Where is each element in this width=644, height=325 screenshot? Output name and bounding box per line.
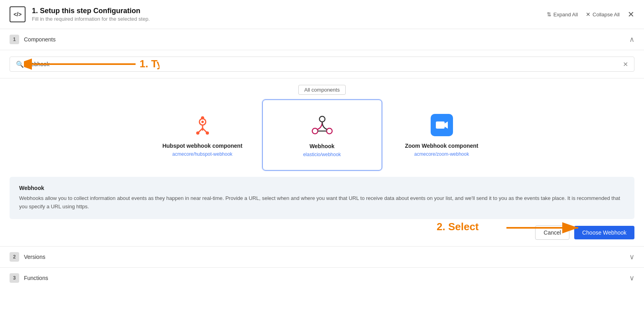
zoom-name: Zoom Webhook component [405,143,478,149]
svg-rect-14 [436,121,445,129]
cancel-button[interactable]: Cancel [535,225,569,240]
header: </> 1. Setup this step Configuration Fil… [0,0,644,29]
choose-webhook-button[interactable]: Choose Webhook [574,226,634,239]
action-annotation-wrapper: 2. Select Cancel Choose Webhook [0,219,644,246]
search-input[interactable] [10,57,634,72]
svg-point-4 [201,121,204,123]
header-subtitle: Fill in the required information for the… [32,16,547,22]
search-clear-button[interactable]: ✕ [623,61,628,68]
components-grid: Hubspot webhook component acmecore/hubsp… [10,100,634,170]
section-number-2: 2 [10,252,19,262]
expand-all-button[interactable]: ⇅ Expand All [547,11,578,18]
all-components-badge: All components [298,85,346,95]
svg-point-13 [319,116,325,122]
hubspot-name: Hubspot webhook component [162,143,242,149]
components-section: All components Hubspot w [0,78,644,177]
search-bar-container: 🔍 ✕ [0,50,644,78]
section-label-versions: Versions [24,254,629,260]
action-row: 2. Select Cancel Choose Webhook [0,219,644,246]
svg-point-12 [327,128,332,134]
section-label-functions: Functions [24,275,629,281]
collapse-all-button[interactable]: ✕ Collapse All [586,11,620,18]
code-icon: </> [10,6,26,22]
svg-point-9 [206,131,209,135]
section-number-1: 1 [10,35,19,44]
section-toggle-versions[interactable]: ∨ [629,253,634,261]
component-hubspot[interactable]: Hubspot webhook component acmecore/hubsp… [143,100,262,170]
collapse-icon: ✕ [586,11,591,18]
webhook-path: elasticio/webhook [303,152,341,157]
section-versions-header: 2 Versions ∨ [0,246,644,267]
page-wrapper: </> 1. Setup this step Configuration Fil… [0,0,644,325]
component-webhook[interactable]: Webhook elasticio/webhook [262,100,382,170]
svg-point-8 [196,131,199,135]
header-title: 1. Setup this step Configuration [32,7,547,15]
section-label-components: Components [24,36,629,43]
hubspot-path: acmecore/hubspot-webhook [172,151,232,157]
expand-icon: ⇅ [547,11,551,18]
component-zoom[interactable]: Zoom Webhook component acmecore/zoom-web… [382,100,502,170]
section-functions-header: 3 Functions ∨ [0,267,644,288]
section-toggle-components[interactable]: ∧ [629,35,634,44]
section-components-header: 1 Components ∧ [0,29,644,50]
webhook-name: Webhook [309,143,335,149]
svg-text:2. Select: 2. Select [437,221,479,233]
svg-point-10 [201,116,204,119]
search-annotation-wrapper: 🔍 ✕ 1. Type "Webhook" [0,50,644,78]
header-text: 1. Setup this step Configuration Fill in… [32,7,547,22]
all-components-label: All components [10,85,634,95]
close-button[interactable]: ✕ [628,10,634,18]
description-title: Webhook [19,185,625,191]
section-number-3: 3 [10,273,19,283]
search-icon: 🔍 [16,61,24,68]
description-text: Webhooks allow you to collect informatio… [19,194,625,211]
header-actions: ⇅ Expand All ✕ Collapse All ✕ [547,10,634,18]
zoom-icon [429,112,455,138]
svg-point-11 [312,128,318,134]
webhook-icon [309,113,335,138]
section-toggle-functions[interactable]: ∨ [629,274,634,282]
description-panel: Webhook Webhooks allow you to collect in… [10,177,634,219]
hubspot-icon [190,112,215,138]
zoom-path: acmecore/zoom-webhook [414,151,469,157]
